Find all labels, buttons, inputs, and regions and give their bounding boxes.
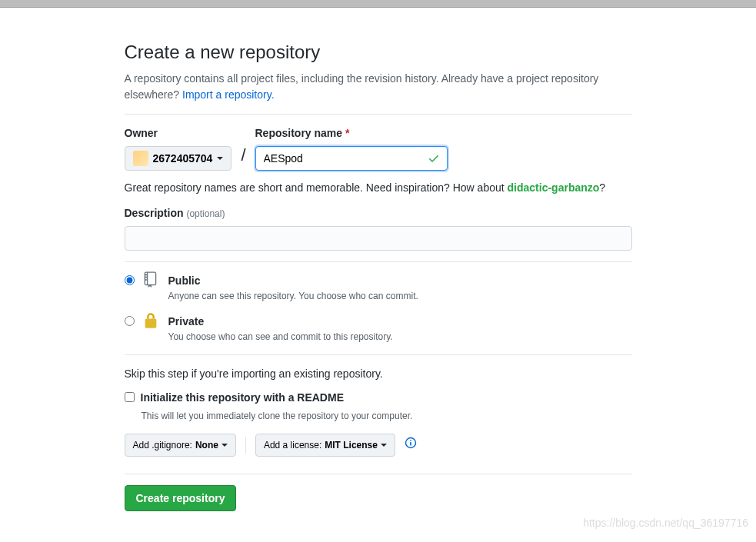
description-field: Description (optional) [125,205,632,251]
init-readme-desc: This will let you immediately clone the … [142,409,632,423]
description-label: Description (optional) [125,205,632,221]
visibility-private-option[interactable]: Private You choose who can see and commi… [125,314,632,344]
window-tabbar [0,0,756,8]
visibility-private-title: Private [168,314,393,330]
owner-name: 2672405704 [153,152,213,165]
divider [125,114,632,115]
svg-point-2 [145,274,146,275]
gitignore-dropdown[interactable]: Add .gitignore: None [125,434,236,457]
repo-name-label: Repository name * [255,125,448,141]
visibility-private-desc: You choose who can see and commit to thi… [168,330,393,344]
caret-down-icon [381,444,387,447]
init-readme-option[interactable]: Initialize this repository with a README [125,390,632,406]
caret-down-icon [221,444,228,447]
visibility-public-desc: Anyone can see this repository. You choo… [168,289,418,303]
visibility-public-option[interactable]: Public Anyone can see this repository. Y… [125,273,632,303]
import-repo-link[interactable]: Import a repository. [182,88,275,101]
name-hint: Great repository names are short and mem… [125,180,632,196]
owner-avatar-icon [133,151,148,166]
optional-hint: (optional) [186,208,225,219]
repo-name-input[interactable] [255,146,448,171]
owner-select-button[interactable]: 2672405704 [125,146,232,171]
visibility-private-radio[interactable] [125,316,135,326]
visibility-public-title: Public [168,273,418,289]
init-readme-checkbox[interactable] [125,392,135,402]
visibility-public-radio[interactable] [125,275,135,285]
caret-down-icon [217,157,223,160]
repo-name-field: Repository name * [255,125,448,171]
divider [125,261,632,262]
lock-icon [142,312,161,334]
init-readme-label: Initialize this repository with a README [141,390,344,406]
owner-field: Owner 2672405704 [125,125,232,171]
page-subtitle: A repository contains all project files,… [125,71,632,103]
create-repo-form: Create a new repository A repository con… [109,8,648,527]
license-dropdown[interactable]: Add a license: MIT License [255,434,395,457]
owner-slash: / [239,142,247,171]
svg-point-3 [145,277,146,278]
divider [125,474,632,474]
check-icon [428,152,440,169]
owner-label: Owner [125,125,232,141]
svg-point-4 [145,280,146,281]
info-icon[interactable] [405,437,417,454]
svg-rect-5 [145,319,156,328]
svg-point-8 [410,440,411,441]
divider [245,437,246,454]
description-input[interactable] [125,226,632,251]
divider [125,354,632,355]
page-title: Create a new repository [125,38,632,66]
required-asterisk: * [345,127,349,139]
skip-import-note: Skip this step if you're importing an ex… [125,366,632,382]
create-repository-button[interactable]: Create repository [125,485,237,511]
repo-icon [142,271,161,293]
suggested-name-link[interactable]: didactic-garbanzo [508,181,600,194]
